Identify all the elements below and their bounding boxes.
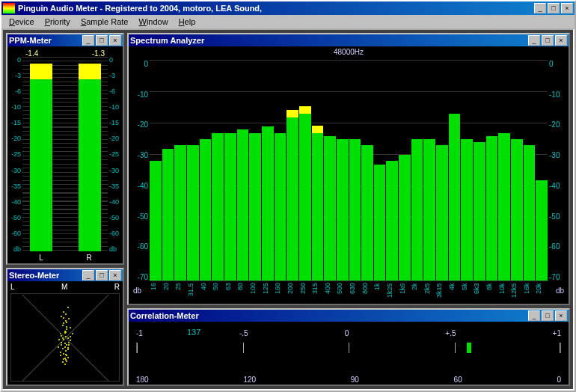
spectrum-bar (150, 161, 162, 281)
spectrum-bar (237, 129, 249, 281)
spectrum-content: 48000Hz 0-10-20-30-40-50-60-70 0-10-20-3… (129, 46, 569, 304)
stereo-titlebar[interactable]: Stereo-Meter _ □ × (7, 269, 123, 281)
spectrum-bar (423, 139, 435, 281)
spectrum-bar (224, 133, 236, 281)
spectrum-bar (324, 136, 336, 281)
spectrum-bar (337, 139, 349, 281)
correlation-titlebar[interactable]: Correlation-Meter _ □ × (129, 310, 569, 322)
close-button[interactable]: × (109, 270, 121, 281)
spectrum-bar (275, 133, 287, 281)
spectrum-bar (461, 139, 473, 281)
window-title: Pinguin Audio Meter - Registered to 2004… (18, 4, 534, 13)
spectrum-window: Spectrum Analyzer _ □ × 48000Hz 0-10-20-… (127, 33, 570, 305)
sample-rate-label: 48000Hz (334, 48, 364, 56)
maximize-button[interactable]: □ (542, 35, 554, 46)
stereo-m-label: M (61, 283, 67, 291)
spectrum-bar (174, 145, 186, 281)
menu-priority[interactable]: Priority (40, 16, 75, 27)
close-button[interactable]: × (109, 35, 121, 46)
ppm-content: 0-3-6-10-15-20-25-30-35-40-50-60db -1.4 … (7, 46, 123, 263)
close-button[interactable]: × (561, 3, 573, 13)
menu-window[interactable]: Window (134, 16, 172, 27)
menu-device[interactable]: Device (4, 16, 39, 27)
spectrum-bar (162, 149, 174, 281)
spectrum-bar (212, 133, 224, 281)
spectrum-bar (411, 139, 423, 281)
minimize-button[interactable]: _ (528, 35, 540, 46)
spectrum-bar (312, 133, 324, 281)
spectrum-titlebar[interactable]: Spectrum Analyzer _ □ × (129, 34, 569, 46)
stereo-r-label: R (114, 283, 120, 291)
spectrum-bar (299, 114, 311, 281)
close-button[interactable]: × (555, 35, 567, 46)
spectrum-bar (524, 145, 536, 281)
spectrum-bar (187, 145, 199, 281)
ppm-titlebar[interactable]: PPM-Meter _ □ × (7, 34, 123, 46)
spectrum-bar (449, 114, 461, 281)
stereo-l-label: L (10, 283, 15, 291)
ppm-left-bar (30, 60, 52, 251)
spectrum-bar (436, 145, 448, 281)
maximize-button[interactable]: □ (96, 270, 108, 281)
ppm-window: PPM-Meter _ □ × 0-3-6-10-15-20-25-30-35-… (6, 33, 124, 265)
ppm-left-peak: -1.4 (25, 49, 38, 58)
spectrum-bar (386, 161, 398, 281)
spectrum-bar (287, 117, 298, 281)
menu-help[interactable]: Help (174, 16, 200, 27)
spectrum-bar (498, 133, 510, 281)
ppm-left-label: L (30, 254, 52, 262)
close-button[interactable]: × (555, 310, 567, 321)
menu-sample-rate[interactable]: Sample Rate (76, 16, 133, 27)
minimize-button[interactable]: _ (82, 35, 94, 46)
main-window: Pinguin Audio Meter - Registered to 2004… (0, 0, 576, 392)
ppm-right-peak: -1.3 (92, 49, 105, 58)
stereo-content: L M R (7, 281, 123, 385)
title-bar[interactable]: Pinguin Audio Meter - Registered to 2004… (1, 1, 575, 15)
spectrum-bar (486, 136, 498, 281)
maximize-button[interactable]: □ (548, 3, 560, 13)
maximize-button[interactable]: □ (542, 310, 554, 321)
minimize-button[interactable]: _ (82, 270, 94, 281)
spectrum-bar (349, 139, 361, 281)
spectrum-bar (511, 139, 523, 281)
stereo-plot (10, 293, 120, 382)
spectrum-bar (249, 133, 261, 281)
app-icon (3, 3, 15, 13)
stereo-window: Stereo-Meter _ □ × L M R (6, 268, 124, 386)
correlation-degree: 137 (187, 328, 200, 337)
correlation-window: Correlation-Meter _ □ × -1-.50+.5+1 137 (127, 308, 570, 386)
spectrum-bar (200, 139, 212, 281)
minimize-button[interactable]: _ (528, 310, 540, 321)
correlation-content: -1-.50+.5+1 137 18012090600 (129, 322, 569, 385)
menu-bar: DevicePrioritySample RateWindowHelp (1, 15, 575, 28)
correlation-marker (467, 343, 471, 353)
spectrum-bar (399, 155, 411, 281)
spectrum-bar (374, 165, 386, 281)
spectrum-plot (150, 60, 548, 281)
correlation-track (136, 343, 561, 353)
ppm-right-bar (79, 60, 101, 251)
spectrum-bar (262, 126, 274, 281)
mdi-workspace: PPM-Meter _ □ × 0-3-6-10-15-20-25-30-35-… (1, 28, 575, 391)
ppm-right-label: R (78, 254, 100, 262)
spectrum-bar (361, 145, 373, 281)
minimize-button[interactable]: _ (534, 3, 546, 13)
spectrum-bar (474, 142, 485, 281)
maximize-button[interactable]: □ (96, 35, 108, 46)
spectrum-bar (536, 180, 548, 281)
